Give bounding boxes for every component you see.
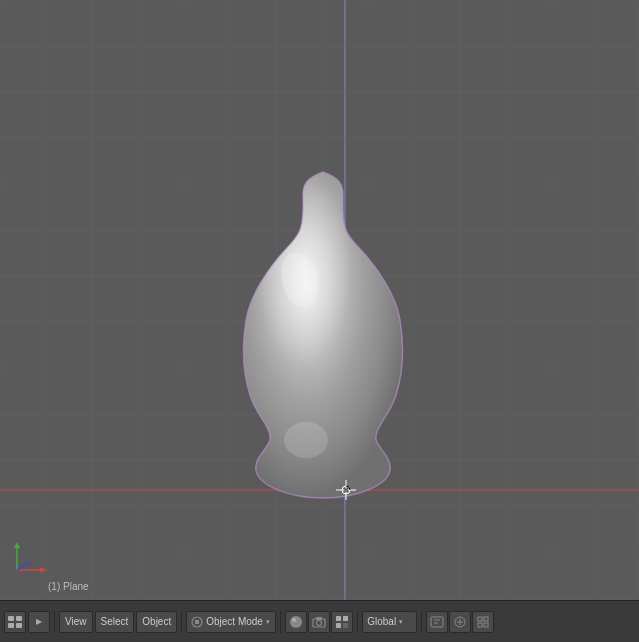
separator-3: [280, 611, 281, 633]
svg-rect-46: [16, 623, 22, 628]
svg-marker-41: [14, 542, 20, 548]
3d-viewport[interactable]: (1) Plane: [0, 0, 639, 600]
separator-5: [421, 611, 422, 633]
svg-point-51: [317, 620, 322, 625]
axes-indicator: [12, 540, 52, 580]
svg-rect-55: [336, 623, 341, 628]
svg-marker-39: [40, 567, 47, 573]
svg-point-32: [284, 422, 328, 458]
icon-btn-3[interactable]: [472, 611, 494, 633]
object-label: Object: [142, 616, 171, 627]
render-icons-group: [285, 611, 353, 633]
svg-rect-65: [478, 623, 482, 627]
svg-rect-64: [484, 617, 488, 621]
vase-object: [228, 150, 418, 500]
svg-rect-56: [343, 623, 348, 628]
svg-rect-44: [16, 616, 22, 621]
icon-btn-1[interactable]: [426, 611, 448, 633]
bottom-toolbar: ▶ View Select Object Object Mode ▾: [0, 600, 639, 642]
mode-icon: [191, 616, 203, 628]
svg-rect-45: [8, 623, 14, 628]
icon-btn-2[interactable]: [449, 611, 471, 633]
3d-cursor: [336, 480, 356, 500]
svg-rect-53: [336, 616, 341, 621]
layers-icon-button[interactable]: [331, 611, 353, 633]
object-menu-button[interactable]: Object: [136, 611, 177, 633]
select-menu-button[interactable]: Select: [95, 611, 135, 633]
global-dropdown[interactable]: Global ▾: [362, 611, 417, 633]
global-dropdown-arrow: ▾: [399, 618, 403, 626]
select-label: Select: [101, 616, 129, 627]
separator-4: [357, 611, 358, 633]
svg-rect-63: [478, 617, 482, 621]
svg-rect-43: [8, 616, 14, 621]
global-label: Global: [367, 616, 396, 627]
svg-point-48: [290, 616, 302, 628]
svg-point-49: [292, 618, 296, 622]
mode-dropdown-arrow: ▾: [266, 618, 270, 626]
separator-1: [54, 611, 55, 633]
svg-rect-57: [431, 617, 443, 627]
render-icon-button[interactable]: [285, 611, 307, 633]
right-icons-group: [426, 611, 494, 633]
camera-icon-button[interactable]: [308, 611, 330, 633]
svg-rect-66: [484, 623, 488, 627]
svg-rect-52: [316, 617, 322, 620]
view-menu-button[interactable]: View: [59, 611, 93, 633]
expand-icon-button[interactable]: ▶: [28, 611, 50, 633]
mode-dropdown[interactable]: Object Mode ▾: [186, 611, 276, 633]
plane-label: (1) Plane: [48, 581, 89, 592]
menu-icon-button[interactable]: [4, 611, 26, 633]
expand-icon: ▶: [36, 617, 42, 626]
mode-label: Object Mode: [206, 616, 263, 627]
separator-2: [181, 611, 182, 633]
svg-rect-54: [343, 616, 348, 621]
view-label: View: [65, 616, 87, 627]
svg-line-42: [17, 562, 30, 570]
